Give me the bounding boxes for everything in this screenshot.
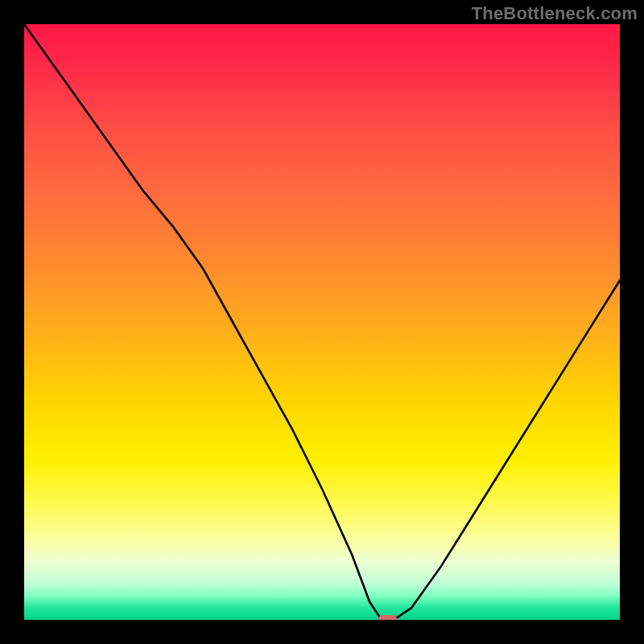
- watermark-text: TheBottleneck.com: [472, 3, 638, 24]
- chart-svg: [24, 24, 620, 620]
- optimal-point-marker: [378, 615, 397, 620]
- chart-container: TheBottleneck.com: [0, 0, 644, 644]
- plot-area: [24, 24, 620, 620]
- bottleneck-curve-line: [24, 24, 620, 620]
